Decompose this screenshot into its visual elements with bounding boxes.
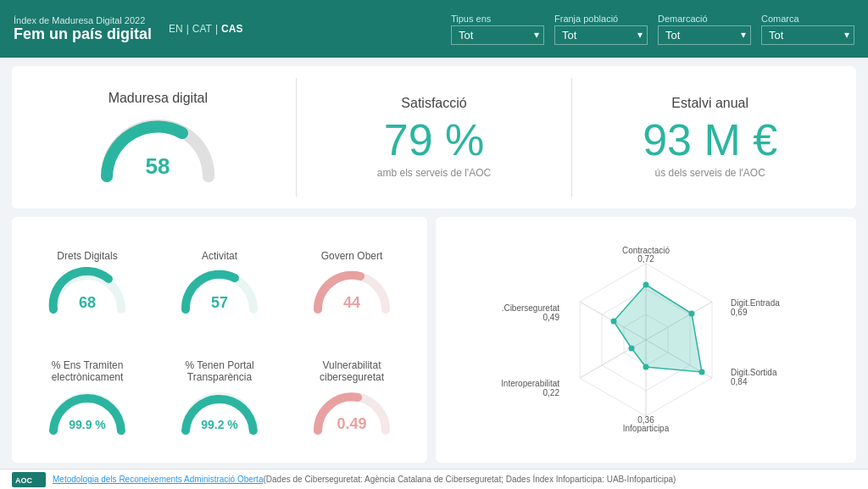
kpi-portal: % Tenen Portal Transparència 99.2 % — [158, 344, 281, 451]
header: Índex de Maduresa Digital 2022 Fem un pa… — [0, 0, 868, 58]
header-subtitle: Índex de Maduresa Digital 2022 — [14, 15, 152, 25]
svg-point-17 — [643, 282, 649, 288]
radar-val-infoparticipa: 0,36 — [637, 415, 654, 425]
filter-demarcacio-label: Demarcació — [658, 14, 751, 24]
kpi-top-row: Maduresa digital 58 Satisfacció 79 % amb… — [12, 66, 856, 208]
filter-demarcacio-select[interactable]: Tot — [658, 25, 751, 45]
svg-point-21 — [629, 346, 635, 352]
kpi-govern-title: Govern Obert — [321, 250, 383, 262]
filter-demarcacio: Demarcació Tot — [658, 14, 751, 45]
kpi-drets-title: Drets Digitals — [57, 250, 117, 262]
aoc-logo: AOC — [12, 472, 46, 487]
kpi-portal-title: % Tenen Portal Transparència — [158, 359, 281, 383]
filter-tipus-ens-label: Tipus ens — [451, 14, 544, 24]
radar-label-digit-entrada: Digit.Entrada — [731, 298, 780, 308]
radar-val-vuln: 0,49 — [543, 313, 560, 322]
svg-text:99.9 %: 99.9 % — [69, 418, 106, 431]
lang-cas[interactable]: CAS — [221, 23, 242, 35]
svg-point-22 — [611, 319, 617, 325]
kpi-drets-gauge: 68 — [45, 267, 130, 314]
bottom-row: Drets Digitals 68 Activitat 57 Govern Ob — [12, 217, 856, 463]
kpi-drets: Drets Digitals 68 — [25, 229, 149, 336]
svg-text:AOC: AOC — [15, 476, 33, 485]
radar-chart-panel: Contractació 0,72 Digit.Entrada 0,69 Dig… — [436, 217, 856, 463]
kpi-govern: Govern Obert 44 — [290, 229, 414, 336]
kpi-estalvi-subtitle: ús dels serveis de l'AOC — [655, 167, 765, 179]
radar-val-digit-sortida: 0,84 — [731, 377, 748, 386]
filter-comarca: Comarca Tot — [761, 14, 854, 45]
language-switcher: EN | CAT | CAS — [169, 23, 242, 35]
radar-val-interoperabilitat: 0,22 — [543, 388, 560, 397]
kpi-activitat-gauge: 57 — [177, 267, 262, 314]
kpi-grid: Drets Digitals 68 Activitat 57 Govern Ob — [12, 217, 427, 463]
kpi-maduresa-title: Maduresa digital — [108, 91, 208, 106]
header-title: Fem un país digital — [14, 25, 152, 43]
radar-label-interoperabilitat: Interoperabilitat — [502, 379, 559, 388]
kpi-activitat: Activitat 57 — [158, 229, 281, 336]
filter-tipus-ens-select[interactable]: Tot — [451, 25, 544, 45]
svg-text:58: 58 — [146, 153, 170, 179]
lang-en[interactable]: EN — [169, 23, 183, 35]
filter-tipus-ens: Tipus ens Tot — [451, 14, 544, 45]
footer: AOC Metodologia dels Reconeixements Admi… — [0, 469, 868, 489]
radar-label-infoparticipa: Infoparticipa — [623, 424, 670, 433]
filter-franja-select[interactable]: Tot — [554, 25, 648, 45]
kpi-tramiten-gauge: 99.9 % — [45, 388, 130, 436]
filter-franja: Franja població Tot — [554, 14, 648, 45]
radar-val-contractacio: 0,72 — [637, 254, 654, 264]
svg-text:0.49: 0.49 — [337, 415, 366, 432]
lang-cat[interactable]: CAT — [192, 23, 212, 35]
kpi-estalvi-title: Estalvi anual — [671, 96, 748, 111]
radar-label-vuln: Vuln.Ciberseguretat — [502, 303, 559, 313]
radar-label-digit-sortida: Digit.Sortida — [731, 368, 777, 377]
filter-franja-label: Franja població — [554, 14, 648, 24]
kpi-satisfaccio-title: Satisfacció — [401, 96, 466, 111]
kpi-vuln-title: Vulnerabilitat ciberseguretat — [290, 359, 414, 383]
svg-text:68: 68 — [79, 294, 96, 311]
kpi-portal-gauge: 99.2 % — [177, 388, 262, 436]
svg-text:99.2 %: 99.2 % — [201, 418, 238, 431]
filter-bar: Tipus ens Tot Franja població Tot Demarc… — [451, 14, 854, 45]
kpi-satisfaccio: Satisfacció 79 % amb els serveis de l'AO… — [305, 96, 564, 179]
svg-point-20 — [643, 364, 649, 370]
maduresa-gauge-svg: 58 — [94, 113, 221, 185]
kpi-satisfaccio-value: 79 % — [384, 118, 485, 162]
divider-2 — [571, 78, 572, 197]
kpi-estalvi: Estalvi anual 93 M € ús dels serveis de … — [581, 96, 839, 179]
kpi-maduresa: Maduresa digital 58 — [29, 91, 287, 185]
kpi-vuln: Vulnerabilitat ciberseguretat 0.49 — [290, 344, 414, 451]
footer-link[interactable]: Metodologia dels Reconeixements Administ… — [53, 475, 263, 484]
svg-text:44: 44 — [343, 294, 360, 311]
filter-comarca-label: Comarca — [761, 14, 854, 24]
radar-chart-svg: Contractació 0,72 Digit.Entrada 0,69 Dig… — [502, 230, 790, 450]
svg-point-18 — [689, 311, 695, 317]
kpi-tramiten: % Ens Tramiten electrònicament 99.9 % — [25, 344, 149, 451]
svg-point-19 — [699, 370, 705, 375]
main-content: Maduresa digital 58 Satisfacció 79 % amb… — [0, 58, 868, 469]
filter-comarca-wrapper: Tot — [761, 25, 854, 45]
kpi-activitat-title: Activitat — [202, 250, 237, 262]
filter-comarca-select[interactable]: Tot — [761, 25, 854, 45]
brand: Índex de Maduresa Digital 2022 Fem un pa… — [14, 15, 152, 43]
kpi-estalvi-value: 93 M € — [643, 118, 777, 162]
filter-tipus-ens-wrapper: Tot — [451, 25, 544, 45]
kpi-satisfaccio-subtitle: amb els serveis de l'AOC — [377, 167, 491, 179]
radar-val-digit-entrada: 0,69 — [731, 308, 748, 317]
kpi-govern-gauge: 44 — [309, 267, 394, 314]
svg-text:57: 57 — [211, 294, 228, 311]
footer-text: (Dades de Ciberseguretat: Agència Catala… — [263, 475, 676, 484]
kpi-tramiten-title: % Ens Tramiten electrònicament — [25, 359, 149, 383]
filter-franja-wrapper: Tot — [554, 25, 648, 45]
svg-marker-16 — [614, 285, 702, 372]
filter-demarcacio-wrapper: Tot — [658, 25, 751, 45]
divider-1 — [296, 78, 297, 197]
kpi-vuln-gauge: 0.49 — [309, 388, 394, 436]
